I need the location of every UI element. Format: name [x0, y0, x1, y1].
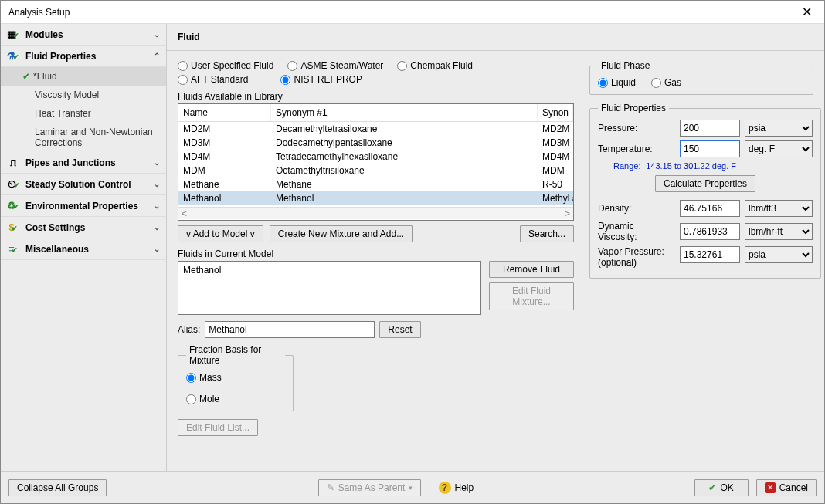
create-mixture-button[interactable]: Create New Mixture and Add... [270, 225, 413, 242]
alias-label: Alias: [178, 324, 200, 335]
sidebar-group-steady[interactable]: ⏲✔ Steady Solution Control ⌄ [1, 174, 166, 195]
help-icon: ? [439, 482, 451, 494]
list-row[interactable]: MD4MTetradecamethylhexasiloxaneMD4M [178, 150, 573, 164]
fraction-basis-legend: Fraction Basis for Mixture [186, 344, 285, 366]
horizontal-scrollbar[interactable]: <> [178, 207, 573, 219]
pressure-label: Pressure: [598, 123, 675, 134]
collapse-groups-button[interactable]: Collapse All Groups [8, 479, 107, 496]
col-syn1[interactable]: Synonym #1 [271, 104, 538, 121]
calculate-properties-button[interactable]: Calculate Properties [655, 175, 755, 192]
modules-icon: ▦✔ [7, 29, 22, 40]
list-row[interactable]: MDMOctamethyltrisiloxaneMDM [178, 164, 573, 178]
sidebar-group-env[interactable]: ♻✔ Environmental Properties ⌄ [1, 195, 166, 217]
alias-field[interactable] [205, 321, 375, 338]
current-model-label: Fluids in Current Model [178, 249, 574, 259]
cost-icon: $✔ [7, 222, 22, 233]
viscosity-field[interactable] [680, 223, 740, 240]
radio-liquid[interactable]: Liquid [598, 77, 636, 88]
temperature-unit-select[interactable]: deg. F [745, 140, 813, 157]
sidebar-group-pipes[interactable]: ⎍! Pipes and Junctions ⌄ [1, 152, 166, 174]
edit-icon: ✎ [327, 482, 334, 493]
vapor-field[interactable] [680, 246, 740, 263]
viscosity-unit-select[interactable]: lbm/hr-ft [745, 223, 813, 240]
add-to-model-button[interactable]: v Add to Model v [178, 225, 263, 242]
chevron-down-icon: ⌄ [154, 158, 160, 167]
sidebar-group-misc[interactable]: ≡✔ Miscellaneous ⌄ [1, 238, 166, 260]
current-model-list[interactable]: Methanol [178, 261, 481, 315]
list-row[interactable]: MethaneMethaneR-50 [178, 178, 573, 191]
temperature-field[interactable] [680, 140, 740, 157]
density-unit-select[interactable]: lbm/ft3 [745, 200, 813, 217]
density-field[interactable] [680, 200, 740, 217]
gauge-icon: ⏲✔ [7, 178, 22, 190]
radio-mole[interactable]: Mole [186, 394, 285, 404]
library-label: Fluids Available in Library [178, 91, 574, 102]
check-icon: ✔ [708, 482, 716, 493]
cancel-icon: ✕ [765, 482, 776, 493]
pipes-icon: ⎍! [7, 157, 22, 168]
fluid-props-legend: Fluid Properties [598, 103, 669, 113]
fluids-library-list[interactable]: Name Synonym #1 Synon ^ MD2MDecamethylte… [178, 103, 574, 221]
vapor-label: Vapor Pressure: (optional) [598, 246, 675, 268]
chevron-down-icon: ⌄ [154, 245, 160, 253]
list-row[interactable]: MethanolMethanolMethyl alcohol [178, 191, 573, 205]
edit-fluid-list-button: Edit Fluid List... [178, 419, 258, 436]
window-title: Analysis Setup [8, 7, 797, 18]
temperature-label: Temperature: [598, 144, 675, 154]
close-icon[interactable]: ✕ [797, 5, 817, 19]
check-icon: ✔ [22, 71, 30, 82]
sidebar-item-laminar[interactable]: Laminar and Non-Newtonian Corrections [1, 123, 166, 152]
list-row[interactable]: MD2MDecamethyltetrasiloxaneMD2M [178, 122, 573, 136]
page-title: Fluid [167, 24, 824, 51]
env-icon: ♻✔ [7, 200, 22, 211]
sidebar-group-cost[interactable]: $✔ Cost Settings ⌄ [1, 217, 166, 238]
pressure-unit-select[interactable]: psia [745, 120, 813, 137]
chevron-down-icon: ⌄ [154, 30, 160, 39]
radio-chempak[interactable]: Chempak Fluid [397, 60, 473, 71]
search-button[interactable]: Search... [520, 225, 574, 242]
edit-mixture-button: Edit Fluid Mixture... [489, 282, 574, 310]
density-label: Density: [598, 203, 675, 214]
flask-icon: ⚗✔ [7, 50, 22, 62]
chevron-down-icon: ⌄ [154, 201, 160, 210]
radio-nist-refprop[interactable]: NIST REFPROP [280, 74, 362, 85]
cancel-button[interactable]: ✕ Cancel [756, 479, 817, 496]
radio-aft-standard[interactable]: AFT Standard [178, 74, 248, 85]
list-row[interactable]: Methyl linoleateMethyl (Z,Z)-9,12-octade… [178, 205, 573, 207]
titlebar: Analysis Setup ✕ [1, 1, 824, 24]
reset-button[interactable]: Reset [379, 321, 420, 338]
remove-fluid-button[interactable]: Remove Fluid [489, 261, 574, 278]
list-row[interactable]: MD3MDodecamethylpentasiloxaneMD3M [178, 136, 573, 150]
sidebar-group-fluid-properties[interactable]: ⚗✔ Fluid Properties ⌃ [1, 46, 166, 67]
viscosity-label: Dynamic Viscosity: [598, 221, 675, 242]
chevron-down-icon: ⌄ [154, 180, 160, 188]
col-syn2[interactable]: Synon ^ [538, 104, 573, 121]
temperature-range: Range: -143.15 to 301.22 deg. F [613, 161, 813, 171]
pressure-field[interactable] [680, 120, 740, 137]
misc-icon: ≡✔ [7, 243, 22, 255]
fluid-phase-legend: Fluid Phase [598, 60, 653, 71]
radio-user-specified[interactable]: User Specified Fluid [178, 60, 273, 71]
chevron-down-icon: ⌄ [154, 223, 160, 232]
sidebar-group-modules[interactable]: ▦✔ Modules ⌄ [1, 24, 166, 46]
radio-mass[interactable]: Mass [186, 372, 285, 383]
help-button[interactable]: ? Help [429, 479, 483, 496]
same-as-parent-button: ✎ Same As Parent ▾ [318, 479, 422, 496]
radio-asme[interactable]: ASME Steam/Water [287, 60, 383, 71]
sidebar-item-heat-transfer[interactable]: Heat Transfer [1, 104, 166, 123]
sidebar-item-viscosity[interactable]: Viscosity Model [1, 86, 166, 104]
vapor-unit-select[interactable]: psia [745, 246, 813, 263]
sidebar-item-fluid[interactable]: ✔*Fluid [1, 67, 166, 86]
col-name[interactable]: Name [178, 104, 271, 121]
chevron-up-icon: ⌃ [154, 52, 160, 60]
radio-gas[interactable]: Gas [651, 77, 681, 88]
ok-button[interactable]: ✔ OK [694, 479, 749, 496]
sidebar: ▦✔ Modules ⌄ ⚗✔ Fluid Properties ⌃ ✔*Flu… [1, 24, 167, 471]
